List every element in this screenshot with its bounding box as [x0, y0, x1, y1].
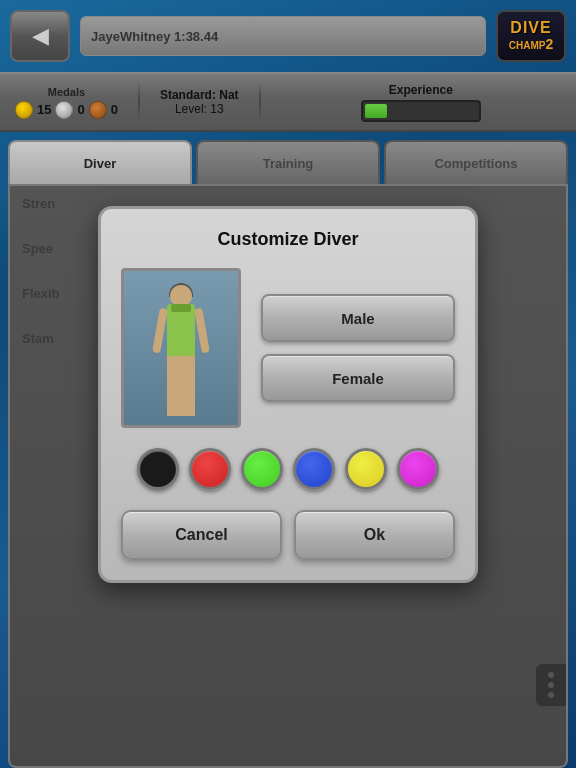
color-red[interactable] — [189, 448, 231, 490]
gold-medal — [15, 101, 33, 119]
diver-arm-left — [152, 308, 168, 354]
exp-bar-fill — [365, 104, 387, 118]
color-green[interactable] — [241, 448, 283, 490]
standard-label: Standard: Nat — [160, 88, 239, 102]
dialog-body: Male Female — [121, 268, 455, 428]
male-button[interactable]: Male — [261, 294, 455, 342]
dialog-title: Customize Diver — [121, 229, 455, 250]
experience-label: Experience — [389, 83, 453, 97]
cancel-button[interactable]: Cancel — [121, 510, 282, 560]
diver-legs — [167, 356, 195, 416]
player-name: JayeWhitney 1:38.44 — [91, 29, 218, 44]
silver-count: 0 — [77, 102, 84, 117]
diver-portrait — [121, 268, 241, 428]
color-yellow[interactable] — [345, 448, 387, 490]
divider-2 — [259, 82, 261, 122]
tab-training[interactable]: Training — [196, 140, 380, 184]
tab-competitions[interactable]: Competitions — [384, 140, 568, 184]
main-panel: JayeWhitney 1:38.44 DIVE CHAMP2 Medals 1… — [0, 0, 576, 768]
level-label: Level: 13 — [175, 102, 224, 116]
bronze-medal — [89, 101, 107, 119]
color-black[interactable] — [137, 448, 179, 490]
dialog-overlay: Customize Diver — [10, 186, 566, 766]
gold-count: 15 — [37, 102, 51, 117]
gender-buttons: Male Female — [261, 268, 455, 428]
app-logo: DIVE CHAMP2 — [496, 10, 566, 62]
medals-label: Medals — [48, 86, 85, 98]
experience-group: Experience — [281, 83, 561, 122]
content-area: Stren Spee Flexib Stam Customize Diver — [8, 184, 568, 768]
diver-torso — [167, 304, 195, 359]
silver-medal — [55, 101, 73, 119]
top-bar: JayeWhitney 1:38.44 DIVE CHAMP2 — [0, 0, 576, 72]
stats-bar: Medals 15 0 0 Standard: Nat Level: 13 Ex… — [0, 72, 576, 132]
exp-bar-container — [361, 100, 481, 122]
standard-group: Standard: Nat Level: 13 — [160, 88, 239, 116]
customize-diver-dialog: Customize Diver — [98, 206, 478, 583]
ok-button[interactable]: Ok — [294, 510, 455, 560]
logo-text-dive: DIVE — [510, 20, 551, 36]
player-name-bar: JayeWhitney 1:38.44 — [80, 16, 486, 56]
female-button[interactable]: Female — [261, 354, 455, 402]
diver-figure — [151, 280, 211, 425]
back-button[interactable] — [10, 10, 70, 62]
medals-row: 15 0 0 — [15, 101, 118, 119]
logo-text-champ: CHAMP2 — [509, 36, 553, 52]
color-blue[interactable] — [293, 448, 335, 490]
bronze-count: 0 — [111, 102, 118, 117]
divider-1 — [138, 82, 140, 122]
tab-diver[interactable]: Diver — [8, 140, 192, 184]
color-swatches — [121, 448, 455, 490]
diver-arm-right — [194, 308, 210, 354]
tabs-row: Diver Training Competitions — [0, 132, 576, 184]
medals-group: Medals 15 0 0 — [15, 86, 118, 119]
dialog-footer: Cancel Ok — [121, 510, 455, 560]
color-purple[interactable] — [397, 448, 439, 490]
